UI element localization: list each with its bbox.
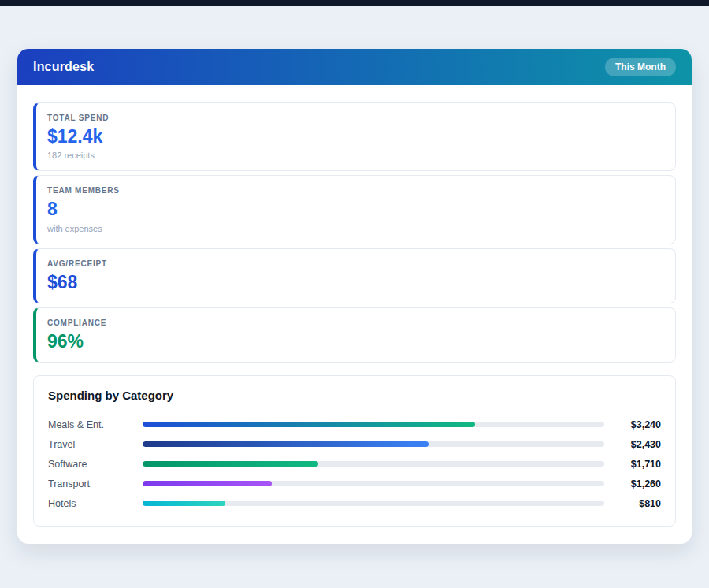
category-amount: $810 — [612, 498, 661, 509]
stat-card-team-members: TEAM MEMBERS 8 with expenses — [33, 175, 676, 244]
stat-card-avg-receipt: AVG/RECEIPT $68 — [33, 248, 676, 303]
stat-label: TOTAL SPEND — [47, 114, 664, 122]
category-row-hotels: Hotels $810 — [48, 493, 661, 513]
category-amount: $2,430 — [612, 439, 661, 450]
category-amount: $1,260 — [612, 478, 661, 489]
stat-label: TEAM MEMBERS — [47, 186, 664, 195]
stat-value: 8 — [47, 199, 664, 219]
category-label: Travel — [48, 439, 143, 450]
stat-card-compliance: COMPLIANCE 96% — [33, 307, 676, 363]
stat-label: COMPLIANCE — [47, 318, 664, 327]
bar-fill-meals — [143, 422, 475, 427]
stat-value: 96% — [47, 332, 664, 352]
category-label: Software — [48, 459, 143, 470]
bar-track — [143, 501, 604, 506]
app-card: Incurdesk This Month TOTAL SPEND $12.4k … — [17, 49, 692, 544]
app-header: Incurdesk This Month — [17, 49, 692, 85]
stat-value: $12.4k — [47, 127, 664, 147]
category-label: Hotels — [48, 498, 143, 509]
category-row-transport: Transport $1,260 — [48, 474, 661, 493]
category-label: Meals & Ent. — [48, 419, 143, 430]
stat-subtext: 182 receipts — [47, 151, 664, 160]
category-amount: $1,710 — [612, 459, 661, 470]
bar-track — [143, 481, 604, 486]
top-strip — [0, 0, 709, 6]
period-badge[interactable]: This Month — [605, 58, 676, 76]
stat-value: $68 — [47, 273, 664, 292]
bar-track — [143, 422, 604, 427]
category-row-meals: Meals & Ent. $3,240 — [48, 415, 661, 434]
category-label: Transport — [48, 478, 143, 489]
bar-fill-travel — [143, 441, 429, 447]
category-row-travel: Travel $2,430 — [48, 434, 661, 454]
spending-by-category-card: Spending by Category Meals & Ent. $3,240… — [33, 375, 676, 527]
category-row-software: Software $1,710 — [48, 454, 661, 474]
category-amount: $3,240 — [612, 419, 661, 430]
bar-fill-hotels — [143, 501, 225, 506]
bar-track — [143, 461, 604, 467]
stat-label: AVG/RECEIPT — [47, 259, 664, 268]
bar-track — [143, 441, 604, 447]
dashboard-content: TOTAL SPEND $12.4k 182 receipts TEAM MEM… — [17, 85, 692, 544]
stat-card-total-spend: TOTAL SPEND $12.4k 182 receipts — [33, 102, 676, 171]
bar-fill-transport — [143, 481, 272, 486]
app-title: Incurdesk — [33, 60, 94, 74]
bar-fill-software — [143, 461, 318, 467]
stat-subtext: with expenses — [47, 224, 664, 233]
spending-card-title: Spending by Category — [48, 389, 661, 402]
